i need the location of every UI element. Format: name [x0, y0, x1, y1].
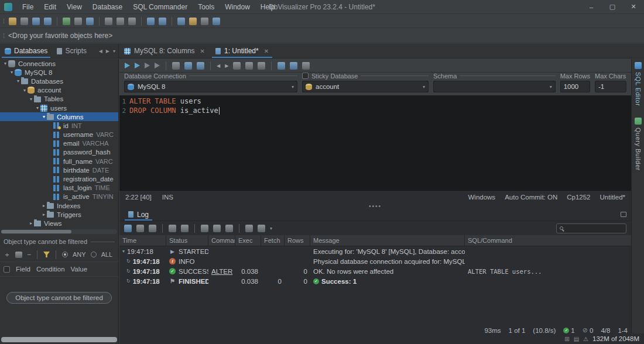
rows-status-icon[interactable]: ▤	[574, 336, 579, 342]
redo-icon[interactable]	[159, 18, 166, 25]
close-icon[interactable]: ✕	[623, 0, 644, 13]
apply-filter-funnel-icon[interactable]	[43, 252, 50, 257]
tree-item-column-password-hash[interactable]: password_hash	[0, 148, 118, 157]
maximize-icon[interactable]: ▢	[602, 0, 623, 13]
any-radio[interactable]	[62, 252, 68, 257]
memory-usage[interactable]: 132M of 2048M	[592, 335, 639, 342]
scroll-bottom-icon[interactable]	[181, 225, 189, 232]
schema-select[interactable]: ▾	[433, 81, 556, 92]
expand-rows-icon[interactable]	[213, 225, 221, 232]
menu-database[interactable]: Database	[87, 0, 128, 13]
settings-icon[interactable]	[201, 18, 208, 25]
save-all-icon[interactable]	[44, 18, 52, 25]
sql-history-icon[interactable]	[233, 62, 241, 70]
tree-item-column-is-active[interactable]: is_activeTINYIN	[0, 192, 118, 201]
toolbar-grip[interactable]: ⁞	[3, 18, 4, 25]
editor-line[interactable]: 2 DROP COLUMN is_active	[119, 106, 631, 115]
menu-tools[interactable]: Tools	[193, 0, 220, 13]
expand-arrow-icon[interactable]: ▾	[2, 61, 8, 66]
column-header-sql-command[interactable]: SQL/Command	[465, 235, 631, 246]
tree-item-account[interactable]: ▾account	[0, 86, 118, 95]
auto-commit-indicator[interactable]: Auto Commit: ON	[505, 194, 557, 201]
vertical-tab-sql-editor[interactable]: SQL Editor	[635, 62, 642, 106]
execute-icon[interactable]	[125, 63, 130, 68]
log-row[interactable]: ↻19:47:18 ✓SUCCESS ALTER 0.038 0 OK. No …	[119, 266, 631, 276]
tree-item-users[interactable]: ▾users	[0, 104, 118, 112]
open-folder-icon[interactable]	[9, 18, 16, 25]
open-sql-file-icon[interactable]	[172, 62, 180, 70]
sql-editor[interactable]: 1 ALTER TABLE users 2 DROP COLUMN is_act…	[119, 95, 631, 191]
connection-select[interactable]: MySQL 8 ▾	[124, 81, 297, 92]
collapse-rows-icon[interactable]	[225, 225, 233, 232]
line-ending-indicator[interactable]: Windows	[468, 194, 495, 201]
tab-untitled-sql[interactable]: 1: Untitled* ✕	[210, 44, 274, 58]
paste-icon[interactable]	[128, 18, 136, 25]
tab-mysql8-columns[interactable]: MySQL 8: Columns ✕	[119, 44, 210, 58]
encoding-indicator[interactable]: Cp1252	[567, 194, 590, 201]
tree-item-column-registration-date[interactable]: registration_date	[0, 174, 118, 183]
column-header-command[interactable]: Command	[208, 235, 235, 246]
filter-group-icon[interactable]	[15, 252, 22, 258]
save-icon[interactable]	[32, 18, 40, 25]
tree-item-column-username[interactable]: usernameVARC	[0, 130, 118, 139]
tree-item-column-full-name[interactable]: full_nameVARC	[0, 157, 118, 166]
disconnect-icon[interactable]	[74, 18, 82, 25]
filter-enable-checkbox[interactable]	[4, 266, 10, 273]
sigma-summary-icon[interactable]	[245, 225, 253, 232]
tab-scripts[interactable]: Scripts	[52, 44, 91, 58]
close-tab-icon[interactable]: ✕	[200, 48, 205, 54]
expand-arrow-icon[interactable]: ▾	[9, 70, 15, 75]
tree-item-triggers[interactable]: ▸Triggers	[0, 210, 118, 219]
tree-item-indexes[interactable]: ▸Indexes	[0, 201, 118, 210]
cut-icon[interactable]	[105, 18, 112, 25]
split-editor-icon[interactable]	[302, 62, 310, 70]
collapse-arrow-icon[interactable]: ▸	[28, 221, 34, 226]
column-header-status[interactable]: Status	[166, 235, 208, 246]
execute-explain-icon[interactable]	[145, 63, 150, 68]
tree-item-column-id[interactable]: idINT	[0, 121, 118, 130]
charset-icon[interactable]	[278, 62, 285, 70]
column-header-exec[interactable]: Exec	[235, 235, 261, 246]
log-command-link[interactable]: ALTER	[208, 266, 235, 276]
chevron-down-icon[interactable]: ▾	[270, 226, 272, 231]
all-radio[interactable]	[91, 252, 97, 257]
close-tab-icon[interactable]: ✕	[264, 48, 269, 54]
column-header-message[interactable]: Message	[310, 235, 465, 246]
stop-icon[interactable]	[155, 63, 160, 68]
collapse-arrow-icon[interactable]: ▸	[41, 203, 47, 208]
variables-icon[interactable]	[258, 62, 265, 70]
tab-log[interactable]: Log	[123, 208, 154, 221]
max-rows-input[interactable]: 1000	[560, 81, 590, 92]
reconnect-icon[interactable]	[86, 18, 94, 25]
tree-item-tables[interactable]: ▾Tables	[0, 95, 118, 104]
expand-arrow-icon[interactable]: ▾	[15, 78, 21, 84]
log-row[interactable]: ▾19:47:18 ▶STARTED Executing for: 'MySQL…	[119, 246, 631, 256]
undo-icon[interactable]	[147, 18, 155, 25]
tree-item-columns[interactable]: ▾Columns	[0, 112, 118, 121]
tree-item-connections[interactable]: ▾Connections	[0, 59, 118, 68]
tree-item-databases[interactable]: ▾Databases	[0, 77, 118, 85]
menu-edit[interactable]: Edit	[39, 0, 61, 13]
expand-arrow-icon[interactable]: ▾	[35, 105, 40, 111]
tree-item-mysql8[interactable]: ▾MySQL 8	[0, 68, 118, 77]
tab-databases[interactable]: Databases	[0, 44, 52, 58]
format-sql-icon[interactable]	[245, 62, 253, 70]
collapse-arrow-icon[interactable]: ▸	[41, 212, 47, 217]
scroll-top-icon[interactable]	[169, 225, 176, 232]
panel-bottom-scrollbar[interactable]	[1, 337, 117, 342]
remove-filter-icon[interactable]: −	[27, 250, 31, 259]
expand-arrow-icon[interactable]: ▾	[22, 88, 28, 93]
history-back-icon[interactable]: ◀	[217, 63, 220, 68]
favorites-grip[interactable]: ⁞	[3, 32, 4, 39]
filter-disabled-button[interactable]: Object type cannot be filtered	[6, 292, 112, 304]
menu-sql-commander[interactable]: SQL Commander	[128, 0, 193, 13]
minimize-icon[interactable]: –	[581, 0, 602, 13]
editor-log-splitter[interactable]: ••••	[119, 204, 631, 208]
save-sql-icon[interactable]	[184, 62, 192, 70]
column-header-time[interactable]: Time	[119, 235, 166, 246]
pin-log-icon[interactable]	[201, 225, 208, 232]
print-log-icon[interactable]	[136, 225, 144, 232]
column-header-rows[interactable]: Rows	[285, 235, 310, 246]
tree-item-column-birthdate[interactable]: birthdateDATE	[0, 166, 118, 174]
log-row[interactable]: ↻19:47:18 iINFO Physical database connec…	[119, 256, 631, 266]
